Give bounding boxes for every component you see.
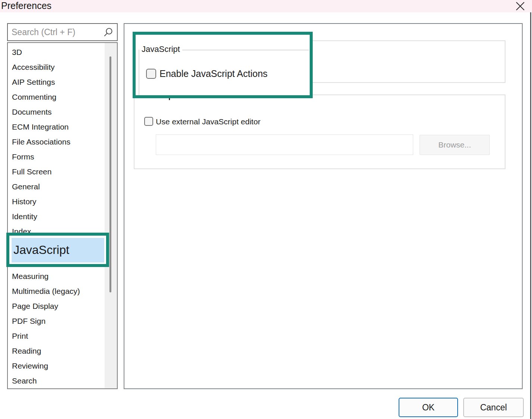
sidebar-item-full-screen[interactable]: Full Screen bbox=[8, 164, 117, 179]
sidebar-item-history[interactable]: History bbox=[8, 194, 117, 209]
window-title: Preferences bbox=[1, 0, 52, 12]
sidebar-scrollbar-thumb[interactable] bbox=[109, 56, 111, 292]
sidebar-item-reading[interactable]: Reading bbox=[8, 344, 117, 359]
sidebar-item-page-display[interactable]: Page Display bbox=[8, 299, 117, 314]
sidebar-item-accessibility[interactable]: Accessibility bbox=[8, 60, 117, 75]
javascript-group-legend: JavaScript bbox=[139, 45, 182, 54]
groupbox-left-border bbox=[139, 50, 139, 95]
sidebar-item-file-associations[interactable]: File Associations bbox=[8, 134, 117, 149]
sidebar-item-pdf-sign[interactable]: PDF Sign bbox=[8, 314, 117, 329]
title-bar: Preferences bbox=[0, 0, 532, 12]
enable-javascript-actions-checkbox[interactable] bbox=[146, 69, 156, 79]
javascript-editor-groupbox bbox=[134, 94, 505, 169]
sidebar-item-aip-settings[interactable]: AIP Settings bbox=[8, 75, 117, 90]
sidebar-item-forms[interactable]: Forms bbox=[8, 149, 117, 164]
window-right-border bbox=[530, 12, 531, 419]
cancel-button[interactable]: Cancel bbox=[463, 398, 524, 417]
search-box bbox=[7, 23, 118, 41]
sidebar-item-ecm-integration[interactable]: ECM Integration bbox=[8, 120, 117, 134]
sidebar-item-identity[interactable]: Identity bbox=[8, 209, 117, 224]
annotation-box-javascript-group: JavaScript Enable JavaScript Actions bbox=[133, 32, 313, 98]
sidebar-item-print[interactable]: Print bbox=[8, 329, 117, 344]
close-button[interactable] bbox=[513, 0, 527, 12]
use-external-editor-checkbox[interactable] bbox=[144, 117, 153, 126]
category-list: 3D Accessibility AIP Settings Commenting… bbox=[7, 42, 118, 389]
ok-button[interactable]: OK bbox=[399, 398, 458, 417]
annotation-box-sidebar-javascript: JavaScript bbox=[6, 233, 109, 267]
close-icon bbox=[516, 1, 525, 11]
sidebar-item-measuring[interactable]: Measuring bbox=[8, 269, 117, 284]
search-input[interactable] bbox=[12, 25, 103, 40]
sidebar-scrollbar-track[interactable] bbox=[105, 43, 117, 388]
sidebar-item-javascript-selected[interactable]: JavaScript bbox=[12, 238, 104, 263]
sidebar-item-search[interactable]: Search bbox=[8, 373, 117, 388]
sidebar-item-reviewing[interactable]: Reviewing bbox=[8, 359, 117, 373]
enable-javascript-actions-label: Enable JavaScript Actions bbox=[160, 68, 267, 80]
hidden-legend-descender bbox=[169, 98, 170, 100]
search-icon[interactable] bbox=[103, 27, 113, 38]
sidebar-item-multimedia-legacy[interactable]: Multimedia (legacy) bbox=[8, 284, 117, 299]
sidebar-item-commenting[interactable]: Commenting bbox=[8, 90, 117, 105]
external-editor-path-input[interactable] bbox=[156, 134, 413, 155]
sidebar-item-3d[interactable]: 3D bbox=[8, 45, 117, 60]
sidebar-item-general[interactable]: General bbox=[8, 179, 117, 194]
use-external-editor-label: Use external JavaScript editor bbox=[156, 117, 260, 127]
sidebar-item-documents[interactable]: Documents bbox=[8, 105, 117, 120]
browse-button[interactable]: Browse... bbox=[420, 135, 490, 155]
